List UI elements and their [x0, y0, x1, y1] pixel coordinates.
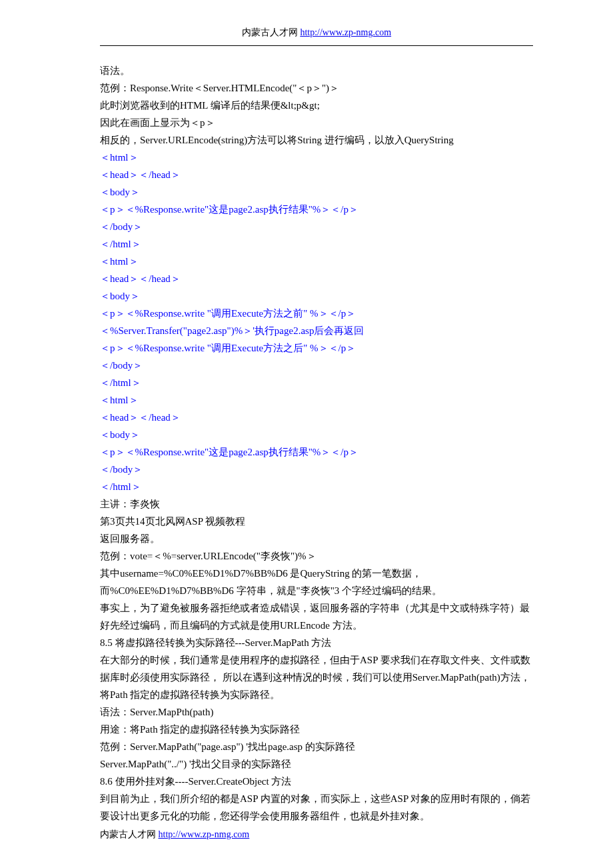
text-line: Server.MapPath("../") '找出父目录的实际路径	[100, 755, 533, 773]
code-line: ＜head＞＜/head＞	[100, 409, 533, 426]
document-content: 语法。范例：Response.Write＜Server.HTMLEncode("…	[100, 62, 533, 825]
code-line: ＜/body＞	[100, 357, 533, 374]
text-line: 此时浏览器收到的HTML 编译后的结果便&lt;p&gt;	[100, 97, 533, 114]
code-line: ＜head＞＜/head＞	[100, 166, 533, 183]
text-line: 因此在画面上显示为＜p＞	[100, 114, 533, 131]
code-line: ＜body＞	[100, 426, 533, 443]
code-line: ＜p＞＜%Response.write "调用Execute方法之后" %＞＜/…	[100, 339, 533, 357]
header-rule	[100, 45, 533, 46]
text-line: 8.5 将虚拟路径转换为实际路径---Server.MapPath 方法	[100, 634, 533, 651]
text-line: 语法：Server.MapPth(path)	[100, 703, 533, 721]
code-line: ＜p＞＜%Response.write"这是page2.asp执行结果"%＞＜/…	[100, 201, 533, 218]
text-line: 事实上，为了避免被服务器拒绝或者造成错误，返回服务器的字符串（尤其是中文或特殊字…	[100, 599, 533, 634]
code-line: ＜html＞	[100, 253, 533, 270]
text-line: 范例：Response.Write＜Server.HTMLEncode("＜p＞…	[100, 79, 533, 97]
text-line: 范例：Server.MapPath("page.asp") '找出page.as…	[100, 738, 533, 755]
text-line: 语法。	[100, 62, 533, 79]
text-line: 主讲：李炎恢	[100, 495, 533, 513]
code-line: ＜/html＞	[100, 235, 533, 253]
code-line: ＜/body＞	[100, 218, 533, 235]
header-prefix: 内蒙古人才网	[242, 27, 298, 37]
code-line: ＜/html＞	[100, 374, 533, 391]
code-line: ＜body＞	[100, 287, 533, 305]
footer-prefix: 内蒙古人才网	[100, 829, 156, 839]
code-line: ＜p＞＜%Response.write"这是page2.asp执行结果"%＞＜/…	[100, 443, 533, 461]
code-line: ＜%Server.Transfer("page2.asp")%＞'执行page2…	[100, 322, 533, 339]
text-line: 第3页共14页北风网ASP 视频教程	[100, 513, 533, 530]
text-line: 到目前为止，我们所介绍的都是ASP 内置的对象，而实际上，这些ASP 对象的应用…	[100, 790, 533, 825]
page-header: 内蒙古人才网 http://www.zp-nmg.com	[100, 27, 533, 39]
text-line: 其中username=%C0%EE%D1%D7%BB%D6 是QueryStri…	[100, 565, 533, 599]
text-line: 在大部分的时候，我们通常是使用程序的虚拟路径，但由于ASP 要求我们在存取文件夹…	[100, 651, 533, 703]
code-line: ＜html＞	[100, 391, 533, 409]
text-line: 范例：vote=＜%=server.URLEncode("李炎恢")%＞	[100, 547, 533, 565]
text-line: 返回服务器。	[100, 530, 533, 547]
code-line: ＜/body＞	[100, 461, 533, 478]
code-line: ＜html＞	[100, 149, 533, 166]
page-footer: 内蒙古人才网 http://www.zp-nmg.com	[100, 829, 533, 841]
code-line: ＜body＞	[100, 183, 533, 201]
code-line: ＜/html＞	[100, 478, 533, 495]
code-line: ＜p＞＜%Response.write "调用Execute方法之前" %＞＜/…	[100, 305, 533, 322]
header-link[interactable]: http://www.zp-nmg.com	[300, 27, 391, 37]
text-line: 用途：将Path 指定的虚拟路径转换为实际路径	[100, 721, 533, 738]
footer-link[interactable]: http://www.zp-nmg.com	[159, 829, 250, 839]
code-line: ＜head＞＜/head＞	[100, 270, 533, 287]
text-line: 相反的，Server.URLEncode(string)方法可以将String …	[100, 131, 533, 149]
text-line: 8.6 使用外挂对象----Server.CreateObject 方法	[100, 773, 533, 790]
document-page: 内蒙古人才网 http://www.zp-nmg.com 语法。范例：Respo…	[0, 0, 613, 868]
